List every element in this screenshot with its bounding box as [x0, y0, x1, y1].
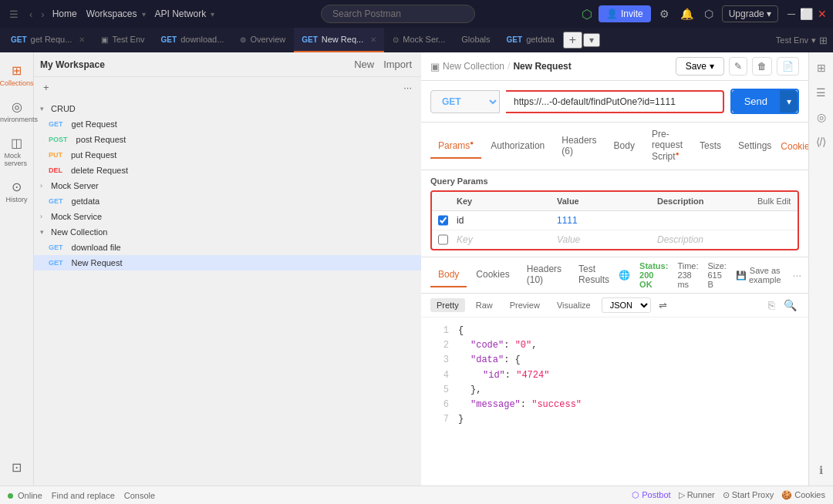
sidebar-icon-mock-servers[interactable]: ◫ Mock servers: [2, 131, 32, 172]
params-empty-checkbox[interactable]: [438, 234, 448, 245]
api-network-arrow-icon[interactable]: ▾: [211, 10, 214, 18]
tree-item-post-request[interactable]: POST post Request: [34, 132, 421, 147]
tab-params[interactable]: Params●: [430, 133, 481, 159]
tree-item-new-collection[interactable]: ▾ New Collection: [34, 224, 421, 240]
search-input[interactable]: [321, 5, 475, 23]
tab-new-request[interactable]: GET New Req... ✕: [294, 28, 384, 52]
save-button[interactable]: Save ▾: [676, 57, 724, 76]
sidebar-import-button[interactable]: Import: [380, 57, 415, 72]
tree-item-get-request[interactable]: GET get Request: [34, 116, 421, 132]
tree-item-mock-server[interactable]: › Mock Server: [34, 178, 421, 193]
format-visualize-button[interactable]: Visualize: [551, 298, 597, 312]
collection-more-icon[interactable]: ···: [400, 80, 415, 95]
params-key-placeholder[interactable]: Key: [450, 230, 551, 249]
sidebar-icon-collections[interactable]: ⊞ Collections: [2, 59, 32, 92]
url-input[interactable]: [506, 90, 724, 113]
tree-item-download-file[interactable]: GET download file: [34, 240, 421, 255]
format-pretty-button[interactable]: Pretty: [430, 298, 465, 312]
resp-tab-body[interactable]: Body: [430, 263, 467, 287]
format-wrap-icon[interactable]: ⇌: [659, 300, 667, 311]
minimize-button[interactable]: ─: [787, 8, 795, 20]
params-description-placeholder[interactable]: Description: [651, 230, 751, 249]
tree-item-getdata[interactable]: GET getdata: [34, 193, 421, 209]
resp-tab-cookies[interactable]: Cookies: [468, 263, 517, 287]
tab-mock-ser[interactable]: ⊙ Mock Ser...: [385, 28, 453, 52]
resp-tab-headers[interactable]: Headers (10): [519, 257, 569, 293]
response-more-button[interactable]: ···: [791, 267, 804, 284]
add-collection-icon[interactable]: +: [40, 80, 52, 95]
save-example-button[interactable]: 💾 Save as example: [736, 266, 781, 284]
bell-icon[interactable]: 🔔: [678, 5, 696, 22]
json-format-select[interactable]: JSON XML Text: [602, 297, 651, 313]
right-panel-icon3[interactable]: ◎: [814, 108, 829, 126]
env-settings-icon[interactable]: ⊞: [817, 32, 830, 49]
tab-close-icon[interactable]: ✕: [79, 35, 85, 44]
tree-item-crud[interactable]: ▾ CRUD: [34, 101, 421, 116]
tab-tests[interactable]: Tests: [692, 134, 729, 159]
cookies-link[interactable]: Cookies: [781, 141, 808, 152]
trash-icon[interactable]: 🗑: [752, 57, 772, 76]
copy-response-button[interactable]: ⎘: [766, 297, 777, 314]
params-row-checkbox[interactable]: [438, 215, 448, 226]
tab-overflow-button[interactable]: ▾: [583, 33, 600, 47]
tab-test-env[interactable]: ▣ Test Env: [93, 28, 152, 52]
right-panel-icon2[interactable]: ☰: [813, 83, 829, 102]
method-select[interactable]: GET POST PUT DELETE: [430, 90, 500, 113]
params-description-cell[interactable]: [651, 211, 751, 230]
format-preview-button[interactable]: Preview: [504, 298, 546, 312]
right-panel-icon1[interactable]: ⊞: [814, 59, 829, 77]
edit-icon[interactable]: ✎: [729, 57, 747, 76]
cookies-button[interactable]: 🍪 Cookies: [781, 490, 825, 500]
params-key-cell[interactable]: id: [450, 211, 551, 230]
help-icon[interactable]: ⬡: [702, 5, 716, 22]
bulk-edit-button[interactable]: Bulk Edit: [757, 197, 791, 206]
docs-icon[interactable]: 📄: [777, 57, 799, 76]
tree-item-new-request[interactable]: GET New Request: [34, 255, 421, 270]
send-arrow-button[interactable]: ▾: [780, 90, 798, 113]
tab-overview[interactable]: ⊚ Overview: [232, 28, 293, 52]
send-button[interactable]: Send: [732, 90, 780, 113]
sidebar-icon-history[interactable]: ⊙ History: [2, 175, 32, 208]
right-panel-icon4[interactable]: ⟨/⟩: [813, 133, 830, 151]
nav-forward-button[interactable]: ›: [38, 7, 47, 22]
tab-headers[interactable]: Headers (6): [554, 129, 604, 164]
nav-home[interactable]: Home: [52, 8, 77, 19]
params-value-cell[interactable]: 1111: [551, 211, 651, 230]
resp-tab-test-results[interactable]: Test Results: [571, 257, 617, 293]
search-response-button[interactable]: 🔍: [781, 297, 799, 314]
console-button[interactable]: Console: [124, 491, 155, 500]
sidebar-icon-environments[interactable]: ◎ Environments: [2, 95, 32, 128]
tree-item-put-request[interactable]: PUT put Request: [34, 147, 421, 163]
menu-icon[interactable]: ☰: [6, 7, 22, 22]
postbot-button[interactable]: ⬡ Postbot: [632, 490, 670, 500]
tab-close-active-icon[interactable]: ✕: [370, 35, 376, 44]
upgrade-button[interactable]: Upgrade ▾: [722, 5, 778, 22]
tab-getdata[interactable]: GET getdata: [499, 28, 562, 52]
find-replace-button[interactable]: Find and replace: [52, 491, 115, 500]
tab-pre-request[interactable]: Pre-request Script●: [644, 123, 690, 170]
invite-button[interactable]: 👤 Invite: [599, 5, 651, 22]
close-button[interactable]: ✕: [818, 8, 827, 20]
maximize-button[interactable]: ⬜: [800, 8, 813, 20]
tab-body[interactable]: Body: [606, 134, 642, 159]
workspaces-arrow-icon[interactable]: ▾: [142, 10, 146, 18]
tab-globals[interactable]: Globals: [454, 28, 497, 52]
tree-item-mock-service[interactable]: › Mock Service: [34, 209, 421, 224]
settings-icon[interactable]: ⚙: [657, 5, 672, 22]
add-tab-button[interactable]: +: [563, 32, 582, 49]
tab-authorization[interactable]: Authorization: [483, 134, 552, 159]
format-raw-button[interactable]: Raw: [470, 298, 499, 312]
tab-get-request[interactable]: GET get Requ... ✕: [3, 28, 93, 52]
sidebar-new-button[interactable]: New: [351, 57, 377, 72]
right-panel-icon5[interactable]: ℹ: [816, 461, 826, 479]
tree-item-delete-request[interactable]: DEL delete Request: [34, 163, 421, 178]
params-value-placeholder[interactable]: Value: [551, 230, 651, 249]
tab-download[interactable]: GET download...: [153, 28, 232, 52]
nav-workspaces[interactable]: Workspaces: [86, 8, 137, 19]
start-proxy-button[interactable]: ⊙ Start Proxy: [723, 490, 774, 500]
env-selector[interactable]: Test Env ▾: [776, 35, 816, 45]
nav-api-network[interactable]: API Network: [155, 8, 207, 19]
nav-back-button[interactable]: ‹: [26, 7, 35, 22]
runner-button[interactable]: ▷ Runner: [679, 490, 715, 500]
sidebar-icon-team[interactable]: ⊡: [2, 455, 32, 479]
